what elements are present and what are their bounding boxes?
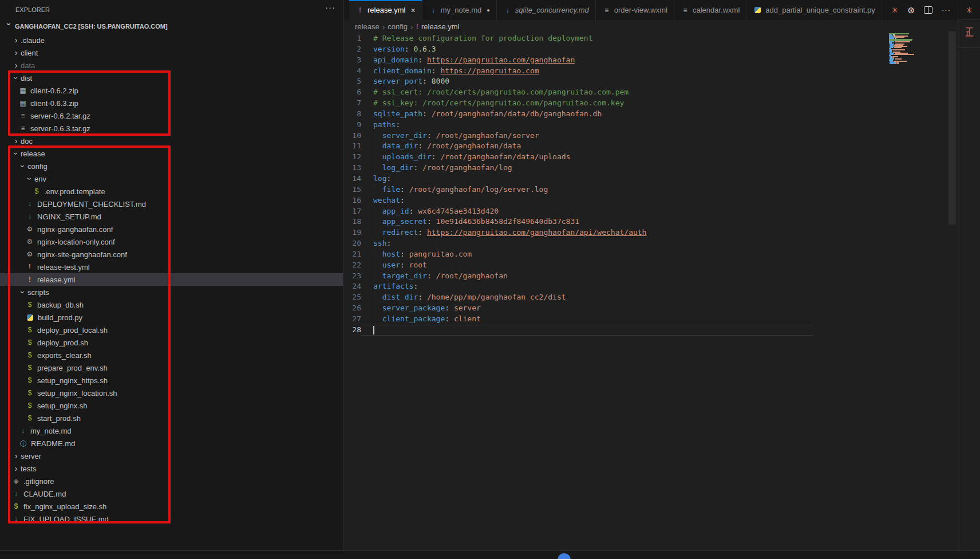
tree-item-prepare_prod_env.sh[interactable]: $prepare_prod_env.sh xyxy=(0,361,343,374)
tree-item-.claude[interactable]: ›.claude xyxy=(0,34,343,46)
code-line-21[interactable]: 21 host: pangruitao.com xyxy=(344,249,958,260)
tab-add_partial_unique_constraint.py[interactable]: add_partial_unique_constraint.py xyxy=(746,0,882,20)
tree-item-data[interactable]: ›data xyxy=(0,59,343,72)
tree-item-setup_nginx_https.sh[interactable]: $setup_nginx_https.sh xyxy=(0,374,343,387)
tree-item-FIX_UPLOAD_ISSUE.md[interactable]: ↓FIX_UPLOAD_ISSUE.md xyxy=(0,513,343,525)
code-line-15[interactable]: 15 file: /root/ganghaofan/log/server.log xyxy=(344,184,958,195)
tree-item-label: .claude xyxy=(21,36,45,45)
tree-item-scripts[interactable]: ›scripts xyxy=(0,286,343,298)
tree-item-setup_nginx_location.sh[interactable]: $setup_nginx_location.sh xyxy=(0,387,343,399)
tree-item-doc[interactable]: ›doc xyxy=(0,135,343,147)
tree-item-label: CLAUDE.md xyxy=(23,490,66,498)
workspace-label: GANGHAOFAN_CC2 [SSH: US.PANGRUITAO.COM] xyxy=(15,20,168,33)
openai-icon[interactable]: ⊛ xyxy=(907,5,915,15)
tree-item-server-0.6.3.tar.gz[interactable]: ≡server-0.6.3.tar.gz xyxy=(0,122,343,135)
tree-item-fix_nginx_upload_size.sh[interactable]: $fix_nginx_upload_size.sh xyxy=(0,500,343,513)
code-line-17[interactable]: 17 app_id: wx6c4745ae3413d420 xyxy=(344,206,958,217)
code-line-8[interactable]: 8sqlite_path: /root/ganghaofan/data/db/g… xyxy=(344,109,958,120)
tree-item-start_prod.sh[interactable]: $start_prod.sh xyxy=(0,412,343,424)
code-line-25[interactable]: 25 dist_dir: /home/pp/mp/ganghaofan_cc2/… xyxy=(344,292,958,303)
breadcrumb[interactable]: release›config›!release.yml xyxy=(344,20,958,33)
code-line-11[interactable]: 11 data_dir: /root/ganghaofan/data xyxy=(344,141,958,152)
code-line-12[interactable]: 12 uploads_dir: /root/ganghaofan/data/up… xyxy=(344,152,958,163)
tab-order-view.wxml[interactable]: ≡order-view.wxml xyxy=(596,0,674,20)
code-line-16[interactable]: 16wechat: xyxy=(344,195,958,206)
code-line-10[interactable]: 10 server_dir: /root/ganghaofan/server xyxy=(344,131,958,141)
tree-item-nginx-ganghaofan.conf[interactable]: ⚙nginx-ganghaofan.conf xyxy=(0,223,343,235)
scrollbar[interactable] xyxy=(949,32,956,225)
code-line-24[interactable]: 24artifacts: xyxy=(344,281,958,292)
close-icon[interactable]: × xyxy=(410,6,415,15)
tree-item-exports_clear.sh[interactable]: $exports_clear.sh xyxy=(0,349,343,361)
claude-icon[interactable]: ✳ xyxy=(891,5,899,15)
code-line-26[interactable]: 26 server_package: server xyxy=(344,303,958,314)
code-line-27[interactable]: 27 client_package: client xyxy=(344,314,958,325)
chevron-right-icon: › xyxy=(11,464,21,473)
code-line-18[interactable]: 18 app_secret: 10e91d4636b8458d2f849640d… xyxy=(344,216,958,227)
tree-item-client[interactable]: ›client xyxy=(0,46,343,59)
tab-sqlite_concurrency.md[interactable]: ↓sqlite_concurrency.md xyxy=(497,0,596,20)
tree-item-tests[interactable]: ›tests xyxy=(0,462,343,475)
tab-my_note.md[interactable]: ↓my_note.md● xyxy=(422,0,497,20)
tree-item-nginx-location-only.conf[interactable]: ⚙nginx-location-only.conf xyxy=(0,235,343,248)
code-line-23[interactable]: 23 target_dir: /root/ganghaofan xyxy=(344,271,958,282)
tree-item-env[interactable]: ›env xyxy=(0,172,343,185)
code-line-4[interactable]: 4client_domain: https://pangruitao.com xyxy=(344,66,958,77)
code-line-3[interactable]: 3api_domain: https://pangruitao.com/gang… xyxy=(344,55,958,66)
tree-item-CLAUDE.md[interactable]: ↓CLAUDE.md xyxy=(0,487,343,500)
code-line-7[interactable]: 7# ssl_key: /root/certs/pangruitao.com/p… xyxy=(344,98,958,109)
tree-item-backup_db.sh[interactable]: $backup_db.sh xyxy=(0,298,343,311)
code-line-13[interactable]: 13 log_dir: /root/ganghaofan/log xyxy=(344,163,958,174)
tree-item-setup_nginx.sh[interactable]: $setup_nginx.sh xyxy=(0,399,343,412)
code-line-22[interactable]: 22 user: root xyxy=(344,260,958,271)
tree-item-release[interactable]: ›release xyxy=(0,147,343,160)
split-editor-icon[interactable] xyxy=(924,6,932,14)
breadcrumb-file[interactable]: release.yml xyxy=(421,22,459,31)
tree-item-.gitignore[interactable]: ◈.gitignore xyxy=(0,475,343,487)
line-number: 7 xyxy=(344,98,361,109)
code-line-14[interactable]: 14log: xyxy=(344,174,958,184)
minimap[interactable] xyxy=(889,33,926,65)
git-icon: ◈ xyxy=(11,477,21,485)
tab-release.yml[interactable]: !release.yml× xyxy=(349,0,422,20)
tree-item-client-0.6.3.zip[interactable]: ▦client-0.6.3.zip xyxy=(0,97,343,109)
tree-item-config[interactable]: ›config xyxy=(0,160,343,172)
tree-item-server-0.6.2.tar.gz[interactable]: ≡server-0.6.2.tar.gz xyxy=(0,109,343,122)
code-editor[interactable]: 1# Release configuration for production … xyxy=(344,33,958,336)
tree-item-nginx-site-ganghaofan.conf[interactable]: ⚙nginx-site-ganghaofan.conf xyxy=(0,248,343,261)
more-actions-icon[interactable]: ··· xyxy=(325,2,335,12)
tree-item-release.yml[interactable]: !release.yml xyxy=(0,273,343,286)
tree-item-README.md[interactable]: iREADME.md xyxy=(0,437,343,450)
tree-item-my_note.md[interactable]: ↓my_note.md xyxy=(0,424,343,437)
tree-item-label: env xyxy=(34,175,46,183)
tree-item-deploy_prod_local.sh[interactable]: $deploy_prod_local.sh xyxy=(0,324,343,336)
tree-item-label: setup_nginx_https.sh xyxy=(37,376,108,385)
line-content: client_package: client xyxy=(373,314,481,325)
code-line-20[interactable]: 20ssh: xyxy=(344,238,958,249)
code-line-5[interactable]: 5server_port: 8000 xyxy=(344,76,958,87)
current-line-highlight xyxy=(361,325,813,336)
breadcrumb-item-release[interactable]: release xyxy=(355,22,380,31)
tree-item-release-test.yml[interactable]: !release-test.yml xyxy=(0,261,343,273)
right-panel-tab[interactable]: ✳ xyxy=(958,0,980,20)
tree-item-build_prod.py[interactable]: build_prod.py xyxy=(0,311,343,324)
code-line-19[interactable]: 19 redirect: https://pangruitao.com/gang… xyxy=(344,227,958,238)
code-line-6[interactable]: 6# ssl_cert: /root/certs/pangruitao.com/… xyxy=(344,87,958,98)
code-line-9[interactable]: 9paths: xyxy=(344,120,958,131)
tree-item-deploy_prod.sh[interactable]: $deploy_prod.sh xyxy=(0,336,343,349)
tab-calendar.wxml[interactable]: ≡calendar.wxml xyxy=(674,0,746,20)
breadcrumb-item-config[interactable]: config xyxy=(388,22,408,31)
workspace-header[interactable]: › GANGHAOFAN_CC2 [SSH: US.PANGRUITAO.COM… xyxy=(0,20,343,33)
tree-item-label: exports_clear.sh xyxy=(37,351,92,360)
tree-item-dist[interactable]: ›dist xyxy=(0,72,343,84)
more-actions-icon[interactable]: ··· xyxy=(942,6,951,14)
tree-item-NGINX_SETUP.md[interactable]: ↓NGINX_SETUP.md xyxy=(0,210,343,223)
tree-item-DEPLOYMENT_CHECKLIST.md[interactable]: ↓DEPLOYMENT_CHECKLIST.md xyxy=(0,198,343,210)
minimap-line xyxy=(889,64,926,65)
tree-item-server[interactable]: ›server xyxy=(0,450,343,462)
tree-item-client-0.6.2.zip[interactable]: ▦client-0.6.2.zip xyxy=(0,84,343,97)
code-line-2[interactable]: 2version: 0.6.3 xyxy=(344,44,958,55)
code-line-1[interactable]: 1# Release configuration for production … xyxy=(344,33,958,44)
tree-item-.env.prod.template[interactable]: $.env.prod.template xyxy=(0,185,343,198)
tree-item-label: backup_db.sh xyxy=(37,301,84,309)
